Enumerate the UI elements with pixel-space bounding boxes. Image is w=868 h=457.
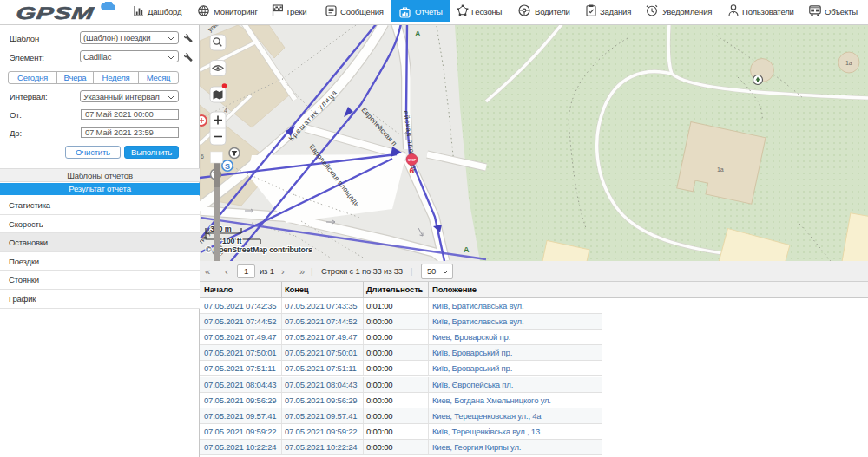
svg-text:1а: 1а [717,166,724,173]
svg-text:1а: 1а [845,60,852,66]
svg-text:А: А [415,29,421,38]
svg-text:100 ft: 100 ft [222,237,242,245]
svg-text:6: 6 [201,153,204,160]
svg-text:320 m: 320 m [210,225,232,233]
svg-text:А: А [464,245,470,254]
svg-text:4: 4 [332,96,335,102]
svg-text:STOP: STOP [408,159,417,162]
svg-text:© OpenStreetMap contributors: © OpenStreetMap contributors [206,245,312,254]
svg-text:6: 6 [410,166,414,175]
svg-text:S: S [225,162,230,171]
